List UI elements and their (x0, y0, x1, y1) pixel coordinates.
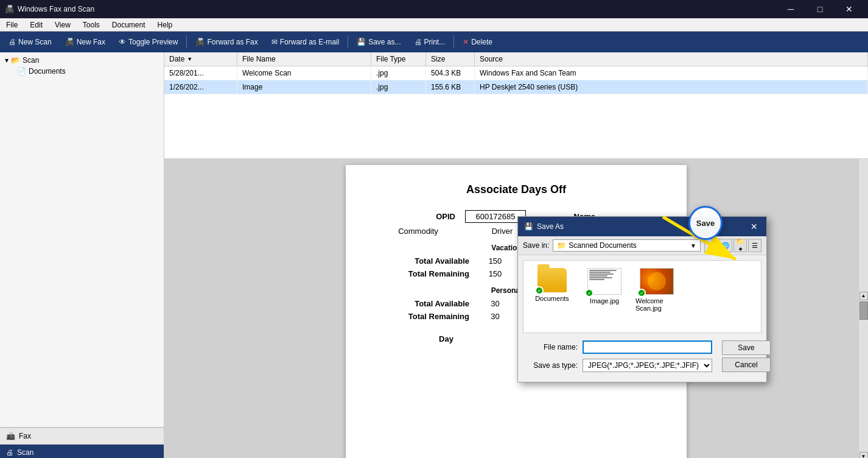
saveas-type-row: Save as type: JPEG(*.JPG;*.JPEG;*.JPE;*.… (523, 356, 717, 375)
sidebar-tree: ▾ 📂 Scan 📄 Documents (0, 52, 164, 427)
table-row[interactable]: 1/26/202... Image .jpg 155.6 KB HP Deskj… (164, 80, 868, 94)
folder-icon: 📁 (557, 241, 566, 250)
save-in-dropdown[interactable]: 📁 Scanned Documents ▼ (553, 239, 701, 252)
forward-fax-button[interactable]: 📠 Forward as Fax (189, 33, 264, 51)
documents-label: Documents (535, 295, 569, 302)
app-icon: 📠 (5, 5, 14, 13)
dialog-action-buttons: Save Cancel (722, 338, 775, 377)
sidebar: ▾ 📂 Scan 📄 Documents 📠 Fax 🖨 Scan (0, 52, 164, 458)
list-item[interactable]: ✓ Image.jpg (583, 268, 626, 305)
restore-button[interactable]: □ (806, 0, 834, 18)
fax-tab-label: Fax (19, 432, 31, 440)
toolbar: 🖨 New Scan 📠 New Fax 👁 Toggle Preview 📠 … (0, 32, 868, 52)
cell-size-1: 504.3 KB (426, 66, 475, 80)
list-item[interactable]: ✓ Welcome Scan.jpg (635, 268, 678, 312)
menu-tools[interactable]: Tools (77, 18, 106, 31)
cell-source-2: HP Deskjet 2540 series (USB) (475, 80, 868, 94)
new-fax-button[interactable]: 📠 New Fax (59, 33, 111, 51)
dialog-file-area: ✓ Documents ✓ Image.jpg (523, 260, 761, 333)
opid-value: 600172685 (465, 210, 526, 223)
dropdown-arrow-icon: ▼ (690, 242, 696, 249)
tree-doc-icon: 📄 (17, 67, 26, 76)
app-title: Windows Fax and Scan (18, 5, 94, 13)
saveas-type-label: Save as type: (528, 361, 578, 370)
dialog-bottom-section: File name: Save as type: JPEG(*.JPG;*.JP… (518, 338, 766, 382)
sidebar-scan-item[interactable]: ▾ 📂 Scan (2, 55, 161, 66)
new-fax-icon: 📠 (65, 38, 74, 46)
save-in-label: Save in: (523, 241, 549, 250)
menu-document[interactable]: Document (106, 18, 152, 31)
saveas-type-select[interactable]: JPEG(*.JPG;*.JPEG;*.JPE;*.JFIF) (583, 359, 712, 372)
sidebar-scan-label: Scan (23, 56, 39, 65)
dialog-title: Save As (537, 222, 564, 231)
save-in-value: Scanned Documents (569, 241, 636, 250)
file-list: Date ▼ File Name File Type Size Source 5… (164, 52, 868, 159)
scroll-down-arrow[interactable]: ▼ (859, 452, 868, 458)
forward-fax-icon: 📠 (195, 38, 205, 46)
scroll-up-arrow[interactable]: ▲ (859, 292, 868, 300)
fax-tab-icon: 📠 (6, 432, 15, 440)
doc-title: Associate Days Off (376, 183, 656, 196)
flower-decor (648, 272, 666, 291)
toolbar-separator-1 (186, 36, 187, 48)
cell-date-1: 5/28/201... (164, 66, 237, 80)
print-button[interactable]: 🖨 Print... (408, 33, 452, 51)
documents-folder-wrapper: ✓ (537, 268, 567, 292)
list-item[interactable]: ✓ Documents (531, 268, 573, 302)
tree-folder-icon: 📂 (11, 56, 20, 65)
dialog-save-button[interactable]: Save (722, 340, 771, 355)
menu-edit[interactable]: Edit (24, 18, 49, 31)
sidebar-bottom: 📠 Fax 🖨 Scan (0, 427, 164, 458)
table-row[interactable]: 5/28/201... Welcome Scan .jpg 504.3 KB W… (164, 66, 868, 80)
menu-file[interactable]: File (0, 18, 24, 31)
new-folder-button[interactable]: 📁✦ (733, 239, 747, 252)
menu-view[interactable]: View (49, 18, 77, 31)
toggle-preview-icon: 👁 (119, 38, 126, 46)
header-filename[interactable]: File Name (237, 52, 371, 66)
delete-button[interactable]: ✕ Delete (457, 33, 499, 51)
filename-input[interactable] (583, 340, 712, 354)
dialog-cancel-button[interactable]: Cancel (722, 358, 771, 372)
header-source[interactable]: Source (475, 52, 868, 66)
toggle-preview-button[interactable]: 👁 Toggle Preview (113, 33, 184, 51)
dialog-toolbar: Save in: 📁 Scanned Documents ▼ ⬆ 🌐 📁✦ ☰ (518, 236, 766, 255)
save-as-button[interactable]: 💾 Save as... (351, 33, 407, 51)
minimize-button[interactable]: ─ (777, 0, 805, 18)
cell-filetype-2: .jpg (371, 80, 426, 94)
menu-help[interactable]: Help (152, 18, 179, 31)
check-badge: ✓ (585, 289, 593, 297)
save-as-dialog[interactable]: 💾 Save As ✕ Save in: 📁 Scanned Documents… (517, 216, 767, 382)
scroll-thumb[interactable] (859, 301, 868, 320)
fax-tab[interactable]: 📠 Fax (0, 428, 164, 444)
view-menu-button[interactable]: ☰ (748, 239, 761, 252)
filename-label: File name: (528, 343, 578, 351)
cell-source-1: Windows Fax and Scan Team (475, 66, 868, 80)
delete-icon: ✕ (463, 38, 469, 46)
navigate-up-button[interactable]: ⬆ (704, 239, 718, 252)
header-size[interactable]: Size (426, 52, 475, 66)
cell-filetype-1: .jpg (371, 66, 426, 80)
scan-tab[interactable]: 🖨 Scan (0, 444, 164, 458)
scan-tab-icon: 🖨 (6, 448, 13, 457)
save-as-icon: 💾 (357, 38, 366, 46)
vertical-scrollbar[interactable]: ▲ ▼ (858, 159, 868, 458)
print-icon: 🖨 (415, 38, 422, 46)
dialog-title-bar: 💾 Save As ✕ (518, 217, 766, 236)
new-scan-button[interactable]: 🖨 New Scan (2, 33, 58, 51)
header-filetype[interactable]: File Type (371, 52, 426, 66)
forward-email-icon: ✉ (271, 38, 278, 46)
cell-filename-2: Image (237, 80, 371, 94)
dialog-close-button[interactable]: ✕ (748, 220, 760, 233)
close-button[interactable]: ✕ (835, 0, 863, 18)
forward-email-button[interactable]: ✉ Forward as E-mail (265, 33, 345, 51)
filename-row: File name: (523, 338, 717, 356)
web-folders-button[interactable]: 🌐 (719, 239, 732, 252)
new-scan-icon: 🖨 (9, 38, 16, 46)
file-list-header: Date ▼ File Name File Type Size Source (164, 52, 868, 66)
dialog-fields: File name: Save as type: JPEG(*.JPG;*.JP… (523, 338, 717, 377)
header-date[interactable]: Date ▼ (164, 52, 237, 66)
sidebar-documents-item[interactable]: 📄 Documents (2, 66, 161, 77)
menu-bar: File Edit View Tools Document Help (0, 18, 868, 32)
toolbar-separator-3 (453, 36, 454, 48)
title-bar-controls: ─ □ ✕ (777, 0, 863, 18)
